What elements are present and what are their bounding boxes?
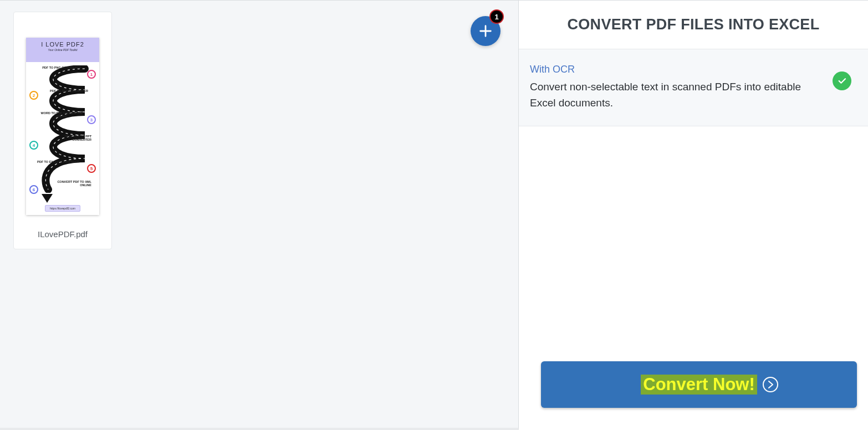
convert-bar: Convert Now! xyxy=(519,361,868,430)
thumb-step-node-2: 2 xyxy=(29,91,38,100)
arrow-right-circle-icon xyxy=(762,376,779,393)
add-file-button[interactable]: 1 xyxy=(471,16,501,46)
convert-button[interactable]: Convert Now! xyxy=(541,361,857,408)
file-card[interactable]: I LOVE PDF2 Your Online PDF Toolkit 1 2 … xyxy=(13,12,112,249)
thumb-step-label-6: CONVERT PDF TO XML ONLINE xyxy=(47,181,91,187)
option-text: With OCR Convert non-selectable text in … xyxy=(530,64,823,111)
thumb-step-label-2: PDF TO PSD CONVERTER xyxy=(44,90,88,93)
plus-icon xyxy=(478,23,493,39)
thumb-subtitle: Your Online PDF Toolkit xyxy=(26,48,99,52)
file-count-badge: 1 xyxy=(489,9,504,24)
thumb-road-graphic xyxy=(32,65,94,193)
option-description: Convert non-selectable text in scanned P… xyxy=(530,79,823,111)
thumb-step-node-3: 3 xyxy=(87,115,96,124)
svg-point-0 xyxy=(763,377,778,392)
thumb-arrowhead-icon xyxy=(42,194,53,203)
thumb-step-node-1: 1 xyxy=(87,70,96,79)
file-thumbnail: I LOVE PDF2 Your Online PDF Toolkit 1 2 … xyxy=(26,38,99,215)
thumb-footer: https://ilovepdf2.com xyxy=(26,205,99,212)
thumb-step-node-4: 4 xyxy=(29,141,38,150)
panel-title: CONVERT PDF FILES INTO EXCEL xyxy=(519,1,868,49)
options-panel: CONVERT PDF FILES INTO EXCEL With OCR Co… xyxy=(519,1,868,430)
thumb-step-node-6: 6 xyxy=(29,185,38,194)
thumb-step-label-4: FREE PDF TO PPT CONVERTER xyxy=(47,135,91,142)
check-icon xyxy=(837,76,847,86)
file-name-label: ILovePDF.pdf xyxy=(14,222,111,249)
option-with-ocr[interactable]: With OCR Convert non-selectable text in … xyxy=(519,49,868,126)
thumb-title: I LOVE PDF2 xyxy=(26,41,99,48)
app-root: I LOVE PDF2 Your Online PDF Toolkit 1 2 … xyxy=(0,0,868,430)
thumb-step-node-5: 5 xyxy=(87,164,96,173)
file-drop-area[interactable]: I LOVE PDF2 Your Online PDF Toolkit 1 2 … xyxy=(0,1,519,430)
thumb-header: I LOVE PDF2 Your Online PDF Toolkit xyxy=(26,38,99,62)
thumb-step-label-1: PDF TO PNG CONVERTER xyxy=(39,66,84,70)
thumb-url-pill: https://ilovepdf2.com xyxy=(45,205,80,212)
thumb-step-label-5: PDF TO EXCEL CONVERTER xyxy=(36,161,80,164)
panel-spacer xyxy=(519,126,868,361)
file-thumb-wrap: I LOVE PDF2 Your Online PDF Toolkit 1 2 … xyxy=(14,12,111,222)
convert-button-label: Convert Now! xyxy=(641,375,757,395)
option-heading: With OCR xyxy=(530,64,823,75)
thumb-step-label-3: WORD TO PDF CONVERTER ONLINE xyxy=(39,112,84,119)
option-selected-check xyxy=(833,71,851,90)
